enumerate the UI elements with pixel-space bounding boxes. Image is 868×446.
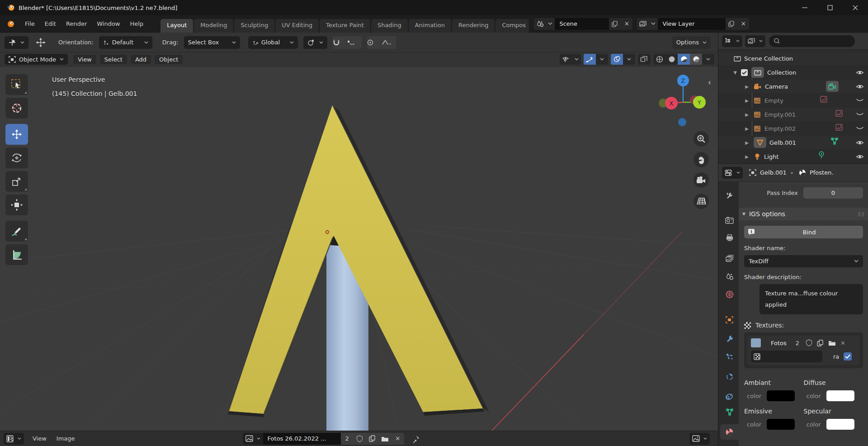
pass-index-field[interactable]: 0 (803, 187, 863, 199)
image-new-button[interactable] (366, 433, 379, 445)
viewport-menu-view[interactable]: View (73, 55, 96, 64)
drag-dropdown[interactable]: Select Box (184, 36, 240, 49)
shading-rendered-button[interactable] (690, 54, 702, 65)
viewport-menu-select[interactable]: Select (100, 55, 127, 64)
tab-modifiers[interactable] (720, 331, 739, 346)
visibility-closed-eye-icon[interactable] (856, 98, 864, 103)
sidebar-collapse-arrow[interactable]: ‹ (708, 78, 711, 87)
properties-editor-dropdown[interactable] (722, 167, 743, 179)
gizmos-dropdown[interactable] (596, 54, 608, 65)
proportional-falloff-dropdown[interactable] (381, 39, 396, 46)
open-folder-icon[interactable] (828, 340, 836, 346)
menu-render[interactable]: Render (61, 19, 92, 29)
pivot-point-dropdown[interactable] (303, 36, 327, 49)
tab-world[interactable] (720, 287, 739, 302)
overlays-dropdown[interactable] (623, 54, 635, 65)
tool-move[interactable] (5, 124, 28, 145)
orientation-dropdown[interactable]: Default (99, 36, 152, 49)
unlink-x-icon[interactable]: ✕ (840, 340, 845, 346)
image-browse-dropdown[interactable] (243, 433, 263, 445)
tab-animation[interactable]: Animation (409, 19, 451, 33)
tool-cursor[interactable] (5, 98, 28, 119)
view-layer-name-field[interactable]: View Layer (658, 18, 726, 30)
tool-annotate[interactable] (5, 221, 28, 242)
tab-physics[interactable] (720, 369, 739, 384)
view-layer-remove-button[interactable]: ✕ (737, 18, 749, 30)
outliner-display-mode-dropdown[interactable] (722, 35, 742, 47)
emissive-color-swatch[interactable] (767, 419, 795, 430)
tab-tool[interactable] (720, 188, 739, 204)
shader-name-dropdown[interactable]: TexDiff (744, 255, 863, 267)
tab-modeling[interactable]: Modeling (194, 19, 233, 33)
scene-name-field[interactable]: Scene (555, 18, 609, 30)
camera-data-icon[interactable] (826, 81, 839, 92)
specular-color-swatch[interactable] (826, 419, 854, 430)
mode-dropdown[interactable]: Object Mode (5, 54, 68, 65)
tool-rotate[interactable] (5, 147, 28, 168)
bind-button[interactable]: i Bind (744, 226, 863, 238)
tab-layout[interactable]: Layout (160, 19, 193, 33)
outliner-row-gelb-001[interactable]: ▶ Gelb.001 (718, 136, 868, 149)
minimize-button[interactable] (792, 0, 817, 15)
object-origin-dot[interactable] (326, 231, 329, 234)
tool-scale[interactable] (5, 171, 28, 192)
breadcrumb-object-name[interactable]: Gelb.001 (760, 169, 787, 176)
breadcrumb-material-name[interactable]: Pfosten. (810, 169, 839, 176)
tab-sculpting[interactable]: Sculpting (234, 19, 274, 33)
fake-user-shield-icon[interactable] (806, 339, 812, 346)
outliner-row-empty[interactable]: ▶ Empty (718, 94, 868, 107)
outliner-row-collection[interactable]: ▼ Collection (718, 66, 868, 79)
expand-arrow-icon[interactable]: ▶ (744, 126, 750, 131)
igs-options-panel-header[interactable]: ▼ IGS options ⣿⣿ (739, 208, 868, 220)
collection-checkbox[interactable] (741, 69, 748, 76)
tab-render[interactable] (720, 213, 739, 228)
image-editor-type-dropdown[interactable] (4, 433, 24, 445)
expand-arrow-icon[interactable]: ▶ (744, 140, 750, 145)
scene-browse-button[interactable] (534, 18, 555, 30)
viewport-menu-object[interactable]: Object (155, 55, 183, 64)
viewport-menu-add[interactable]: Add (131, 55, 151, 64)
tab-rendering[interactable]: Rendering (452, 19, 495, 33)
texture-preview-swatch[interactable] (751, 338, 761, 347)
transform-orientation-dropdown[interactable]: Global (248, 36, 298, 49)
shading-material-button[interactable] (678, 54, 690, 65)
tab-constraints[interactable] (720, 389, 739, 404)
snap-settings-dropdown[interactable] (346, 39, 362, 46)
visibility-closed-eye-icon[interactable] (856, 112, 864, 117)
ra-checkbox[interactable] (844, 352, 852, 361)
tab-object[interactable] (720, 312, 739, 327)
active-tool-dropdown[interactable] (5, 36, 28, 49)
object-visibility-dropdown[interactable] (560, 54, 581, 65)
menu-help[interactable]: Help (125, 19, 149, 29)
collapse-arrow-icon[interactable]: ▼ (732, 70, 738, 75)
tab-shading[interactable]: Shading (371, 19, 408, 33)
shading-wireframe-button[interactable] (653, 54, 665, 65)
image-open-button[interactable] (379, 433, 392, 445)
visibility-eye-icon[interactable] (856, 70, 864, 76)
zoom-button[interactable] (693, 131, 709, 147)
close-button[interactable] (843, 0, 868, 15)
ambiant-color-swatch[interactable] (767, 390, 795, 401)
search-input[interactable] (783, 38, 850, 44)
tab-scene[interactable] (720, 269, 739, 284)
visibility-eye-icon[interactable] (856, 154, 864, 160)
texture-name[interactable]: Fotos (771, 340, 787, 346)
tab-material[interactable] (720, 424, 739, 440)
xray-toggle[interactable] (638, 54, 651, 65)
outliner-row-empty-001[interactable]: ▶ Empty.001 (718, 108, 868, 121)
menu-edit[interactable]: Edit (40, 19, 61, 29)
visibility-closed-eye-icon[interactable] (856, 126, 864, 131)
outliner-row-camera[interactable]: ▶ Camera (718, 80, 868, 93)
visibility-eye-icon[interactable] (856, 140, 864, 146)
orthographic-toggle-button[interactable] (693, 194, 709, 209)
gizmos-toggle[interactable] (584, 54, 596, 65)
expand-arrow-icon[interactable]: ▶ (744, 84, 750, 89)
tool-measure[interactable] (5, 244, 28, 265)
diffuse-color-swatch[interactable] (826, 390, 854, 401)
mesh-data-icon[interactable] (830, 138, 839, 145)
snap-toggle[interactable] (333, 39, 346, 46)
maximize-button[interactable] (817, 0, 843, 15)
expand-arrow-icon[interactable]: ▶ (744, 98, 750, 103)
outliner-row-scene-collection[interactable]: Scene Collection (718, 52, 868, 65)
camera-view-button[interactable] (693, 172, 709, 188)
